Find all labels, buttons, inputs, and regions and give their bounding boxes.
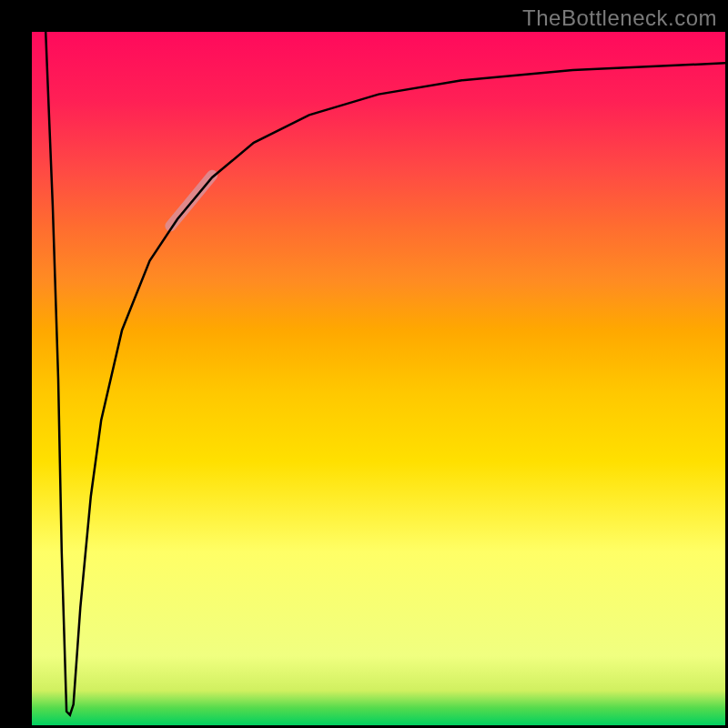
plot-area: [32, 32, 725, 725]
source-watermark: TheBottleneck.com: [522, 5, 717, 31]
